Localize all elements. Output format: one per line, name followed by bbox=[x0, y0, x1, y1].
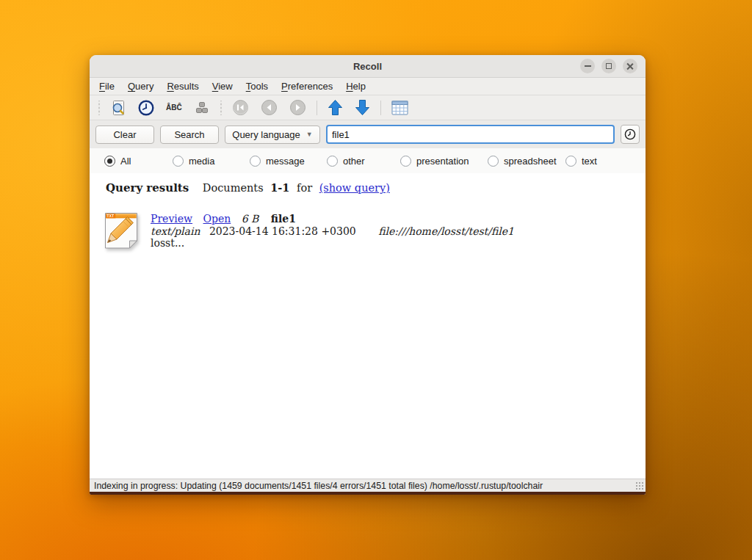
document-search-icon[interactable] bbox=[106, 98, 130, 117]
radio-unselected-icon bbox=[173, 156, 184, 167]
results-header: Query results Documents 1-1 for (show qu… bbox=[106, 181, 646, 194]
text-file-icon[interactable]: TXT bbox=[104, 211, 139, 251]
filter-radio-label: spreadsheet bbox=[504, 156, 557, 167]
scroll-down-icon[interactable] bbox=[351, 98, 374, 117]
menu-item-file[interactable]: File bbox=[93, 79, 121, 93]
window-controls bbox=[580, 59, 646, 73]
next-page-icon[interactable] bbox=[286, 98, 310, 117]
clock-sort-by-date-icon[interactable] bbox=[134, 98, 158, 117]
window-bottom-edge bbox=[90, 492, 646, 495]
file-date: 2023-04-14 16:31:28 +0300 bbox=[209, 225, 356, 237]
filter-radio-media[interactable]: media bbox=[173, 156, 250, 167]
result-line-1: Preview Open 6 B file1 bbox=[151, 213, 514, 225]
results-table-icon[interactable] bbox=[388, 99, 412, 117]
radio-selected-icon bbox=[104, 156, 115, 167]
menubar: FileQueryResultsViewToolsPreferencesHelp bbox=[90, 78, 646, 95]
maximize-icon bbox=[606, 63, 612, 69]
filter-radio-all[interactable]: All bbox=[104, 156, 173, 167]
resize-grip[interactable] bbox=[635, 481, 644, 490]
search-button[interactable]: Search bbox=[160, 126, 219, 144]
radio-unselected-icon bbox=[250, 156, 261, 167]
close-icon bbox=[626, 62, 634, 70]
maximize-button[interactable] bbox=[601, 59, 616, 73]
result-line-2: text/plain 2023-04-14 16:31:28 +0300 fil… bbox=[151, 225, 514, 238]
results-pane: Query results Documents 1-1 for (show qu… bbox=[90, 173, 646, 479]
term-explorer-glyph: ÂBĈ bbox=[166, 103, 182, 112]
toolbar-drag-handle bbox=[219, 101, 223, 115]
preview-link[interactable]: Preview bbox=[151, 213, 192, 225]
documents-label: Documents bbox=[203, 182, 264, 194]
documents-range: 1-1 bbox=[270, 181, 289, 194]
file-icon-badge: TXT bbox=[107, 214, 115, 218]
menu-item-view[interactable]: View bbox=[206, 79, 239, 93]
category-filter-row: Allmediamessageotherpresentationspreadsh… bbox=[90, 148, 646, 173]
menu-item-preferences[interactable]: Preferences bbox=[275, 79, 339, 93]
show-query-link[interactable]: (show query) bbox=[319, 182, 390, 194]
filter-radio-label: other bbox=[343, 156, 365, 167]
toolbar-drag-handle bbox=[97, 101, 101, 115]
toolbar-separator bbox=[317, 101, 317, 115]
open-link[interactable]: Open bbox=[203, 213, 231, 225]
minimize-button[interactable] bbox=[580, 59, 595, 73]
mime-type: text/plain bbox=[151, 225, 200, 237]
menu-item-results[interactable]: Results bbox=[160, 79, 205, 93]
search-input[interactable] bbox=[326, 125, 615, 144]
filter-radio-presentation[interactable]: presentation bbox=[400, 156, 488, 167]
status-bar: Indexing in progress: Updating (1459 doc… bbox=[90, 479, 646, 492]
menu-item-tools[interactable]: Tools bbox=[239, 79, 275, 93]
query-language-label: Query language bbox=[232, 129, 300, 140]
clock-icon bbox=[624, 128, 636, 140]
radio-unselected-icon bbox=[327, 156, 338, 167]
minimize-icon bbox=[585, 65, 591, 67]
term-explorer-icon[interactable]: ÂBĈ bbox=[162, 102, 186, 113]
result-details: Preview Open 6 B file1 text/plain 2023-0… bbox=[151, 211, 514, 251]
search-history-button[interactable] bbox=[621, 125, 640, 144]
result-item: TXT Preview Open 6 B file1 text/plain 20… bbox=[104, 211, 646, 251]
file-size: 6 B bbox=[242, 213, 259, 225]
filter-radio-text[interactable]: text bbox=[565, 156, 597, 167]
first-page-icon[interactable] bbox=[228, 98, 253, 117]
toolbar-separator bbox=[380, 101, 381, 115]
scroll-up-icon[interactable] bbox=[324, 98, 347, 117]
filter-radio-spreadsheet[interactable]: spreadsheet bbox=[488, 156, 565, 167]
filter-radio-label: message bbox=[266, 156, 305, 167]
close-button[interactable] bbox=[623, 59, 637, 73]
for-label: for bbox=[297, 182, 312, 194]
filter-radio-message[interactable]: message bbox=[250, 156, 327, 167]
filter-radio-label: All bbox=[120, 156, 131, 167]
radio-unselected-icon bbox=[400, 156, 411, 167]
file-url: file:///home/losst/test/file1 bbox=[378, 225, 514, 237]
indexing-status-text: Indexing in progress: Updating (1459 doc… bbox=[94, 481, 638, 491]
recoll-window: Recoll FileQueryResultsViewToolsPreferen… bbox=[90, 55, 646, 495]
radio-unselected-icon bbox=[488, 156, 499, 167]
filter-radio-other[interactable]: other bbox=[327, 156, 400, 167]
title-bar[interactable]: Recoll bbox=[90, 55, 646, 78]
file-name: file1 bbox=[271, 213, 296, 225]
toolbar: ÂBĈ bbox=[90, 95, 646, 120]
sort-parameters-icon[interactable] bbox=[190, 98, 214, 117]
results-title: Query results bbox=[106, 181, 189, 194]
query-language-dropdown[interactable]: Query language ▼ bbox=[225, 126, 320, 144]
filter-radio-label: media bbox=[189, 156, 214, 167]
window-title: Recoll bbox=[90, 61, 646, 72]
chevron-down-icon: ▼ bbox=[306, 131, 313, 138]
clear-button[interactable]: Clear bbox=[95, 126, 154, 144]
result-snippet: losst... bbox=[151, 237, 514, 250]
filter-radio-label: presentation bbox=[416, 156, 469, 167]
filter-radio-label: text bbox=[582, 156, 597, 167]
radio-unselected-icon bbox=[565, 156, 576, 167]
menu-item-help[interactable]: Help bbox=[339, 79, 372, 93]
menu-item-query[interactable]: Query bbox=[121, 79, 160, 93]
search-bar: Clear Search Query language ▼ bbox=[90, 120, 646, 148]
previous-page-icon[interactable] bbox=[257, 98, 281, 117]
